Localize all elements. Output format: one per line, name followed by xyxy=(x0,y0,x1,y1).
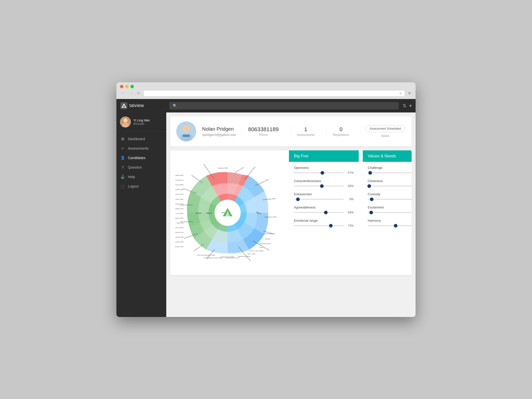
svg-text:Self-consciousness (46%): Self-consciousness (46%) xyxy=(197,254,215,256)
back-button[interactable]: ← xyxy=(120,91,126,96)
nav-items: ⊞ Dashboard ✓ Assessments 👤 Candidates ?… xyxy=(116,132,166,194)
user-profile: Yi Ling Wei Recruiter xyxy=(116,112,166,132)
minimize-button[interactable] xyxy=(125,85,129,88)
big-five-header: Big Five xyxy=(289,150,359,162)
user-name: Yi Ling Wei xyxy=(133,118,163,122)
svg-text:Openness to change (89%): Openness to change (89%) xyxy=(175,174,183,176)
candidate-phone: 8063381189 xyxy=(248,126,278,133)
question-label: Question xyxy=(128,165,142,169)
trait-curiosity-track xyxy=(368,199,412,200)
big-five-body: Openness 57% Conscientiousness xyxy=(289,162,359,275)
trait-agreeableness: Agreeableness 64% xyxy=(294,205,354,214)
svg-text:Challenge (5%): Challenge (5%) xyxy=(175,246,183,247)
candidate-assessments-stat: 1 Assessments xyxy=(291,126,321,137)
svg-text:Susceptible to stress (60%): Susceptible to stress (60%) xyxy=(204,257,223,259)
svg-text:Values: Values xyxy=(206,212,212,214)
trait-harmony-thumb xyxy=(394,224,397,227)
trait-conscientiousness: Conscientiousness 56% xyxy=(294,179,354,188)
values-needs-body: Challenge 5% Closeness xyxy=(363,162,412,275)
sidebar-item-question[interactable]: ? Question xyxy=(116,163,166,172)
svg-text:Altruism (10%): Altruism (10%) xyxy=(234,166,244,173)
candidates-icon: 👤 xyxy=(120,156,125,160)
refresh-button[interactable]: ↻ xyxy=(136,91,141,96)
traffic-lights xyxy=(120,85,412,88)
svg-text:Self-expression (9%): Self-expression (9%) xyxy=(175,198,183,200)
logo-area: talview xyxy=(120,102,165,109)
trait-conscientiousness-thumb xyxy=(320,184,324,188)
trait-curiosity: Curiosity 8% xyxy=(368,192,412,201)
requisitions-label: Requisitions xyxy=(333,133,349,137)
assessments-icon: ✓ xyxy=(120,146,125,151)
trait-agreeableness-label: Agreeableness xyxy=(294,205,354,209)
trait-emotional-range-thumb xyxy=(329,224,333,227)
sidebar-item-candidates[interactable]: 👤 Candidates xyxy=(116,153,166,163)
sort-icon[interactable]: ⇅ xyxy=(403,103,406,108)
svg-text:Immoderation (37%): Immoderation (37%) xyxy=(225,257,239,259)
forward-button[interactable]: → xyxy=(128,91,134,96)
url-input[interactable]: https://app.talview.com xyxy=(146,92,398,95)
top-bar: talview ⇅ ▾ xyxy=(116,99,416,112)
trait-agreeableness-value: 64% xyxy=(346,211,354,214)
trait-challenge-label: Challenge xyxy=(368,166,412,170)
trait-extraversion: Extraversion 8% xyxy=(294,192,354,201)
close-button[interactable] xyxy=(120,85,123,88)
trait-excitement: Excitement 7% xyxy=(368,205,412,214)
svg-text:Melancholy (50%): Melancholy (50%) xyxy=(238,255,251,257)
phone-label: Phone xyxy=(248,133,278,137)
trait-closeness-thumb xyxy=(367,184,371,188)
sidebar: Yi Ling Wei Recruiter ⊞ Dashboard ✓ Asse… xyxy=(116,112,166,317)
trait-excitement-thumb xyxy=(369,211,373,214)
svg-text:Trust: Trust xyxy=(259,246,263,248)
trait-openness-track xyxy=(294,172,344,173)
talview-logo-icon xyxy=(120,102,127,109)
sidebar-item-help[interactable]: ⚓ Help xyxy=(116,172,166,182)
sidebar-item-logout[interactable]: ⬚ Logout xyxy=(116,182,166,191)
trait-excitement-track xyxy=(368,212,412,213)
trait-openness: Openness 57% xyxy=(294,166,354,175)
maximize-button[interactable] xyxy=(130,85,134,88)
trait-extraversion-track xyxy=(294,199,344,200)
sidebar-item-dashboard[interactable]: ⊞ Dashboard xyxy=(116,134,166,144)
search-input[interactable] xyxy=(169,102,399,109)
svg-rect-6 xyxy=(122,123,128,127)
svg-text:Authority-challenging (79%): Authority-challenging (79%) xyxy=(253,240,270,251)
svg-text:Love (59%): Love (59%) xyxy=(176,212,184,214)
svg-text:Prone to worry (53%): Prone to worry (53%) xyxy=(249,250,263,251)
candidate-email: npridgen3@gatech.edu xyxy=(202,133,236,137)
trait-extraversion-value: 8% xyxy=(346,198,354,201)
radial-chart-svg: Values Needs Big 5 Adventurousness (39%)… xyxy=(175,160,280,265)
address-bar: https://app.talview.com ☆ xyxy=(143,90,405,97)
svg-text:Uncompromising: Uncompromising xyxy=(264,232,275,234)
trait-challenge-track xyxy=(368,172,412,173)
trait-closeness-track xyxy=(368,186,412,187)
analysis-grid: Values Needs Big 5 Adventurousness (39%)… xyxy=(170,150,412,275)
trait-openness-label: Openness xyxy=(294,166,354,170)
svg-text:Practicality (70%): Practicality (70%) xyxy=(175,203,183,204)
status-label: Status xyxy=(365,134,405,138)
sidebar-item-assessments[interactable]: ✓ Assessments xyxy=(116,144,166,153)
svg-text:Harmony (56%): Harmony (56%) xyxy=(175,227,183,228)
trait-openness-value: 57% xyxy=(346,171,354,175)
svg-text:Cooperation (87%): Cooperation (87%) xyxy=(258,243,271,244)
trait-harmony-track xyxy=(368,225,412,226)
logout-label: Logout xyxy=(128,184,139,188)
browser-menu-icon[interactable]: ≡ xyxy=(407,91,412,96)
assessments-label: Assessments xyxy=(297,133,315,137)
candidate-requisitions-stat: 0 Requisitions xyxy=(327,126,355,137)
svg-point-8 xyxy=(183,125,190,132)
trait-openness-thumb xyxy=(321,171,324,175)
candidate-header: Nolan Pridgen npridgen3@gatech.edu 80633… xyxy=(170,116,412,146)
browser-chrome: ← → ↻ https://app.talview.com ☆ ≡ xyxy=(116,82,416,99)
trait-emotional-range-value: 74% xyxy=(346,224,354,227)
browser-window: ← → ↻ https://app.talview.com ☆ ≡ talvie… xyxy=(116,82,416,317)
user-role: Recruiter xyxy=(133,122,163,125)
help-icon: ⚓ xyxy=(120,175,125,179)
main-content: Nolan Pridgen npridgen3@gatech.edu 80633… xyxy=(166,112,416,317)
svg-text:Altruism: Altruism xyxy=(265,238,270,239)
trait-harmony: Harmony 56% xyxy=(368,219,412,227)
assessments-label: Assessments xyxy=(128,146,149,150)
dropdown-icon[interactable]: ▾ xyxy=(409,103,412,108)
trait-emotional-range: Emotional range 74% xyxy=(294,219,354,227)
trait-emotional-range-label: Emotional range xyxy=(294,219,354,222)
trait-closeness-label: Closeness xyxy=(368,179,412,183)
